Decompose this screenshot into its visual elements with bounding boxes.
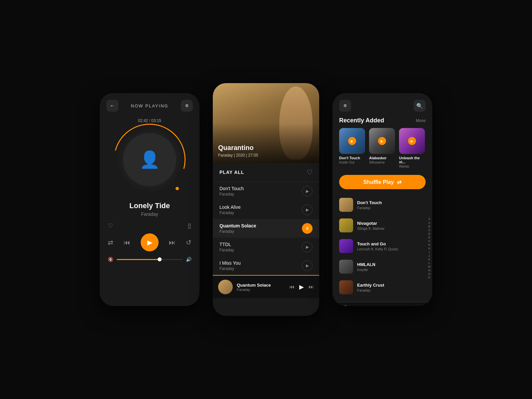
alpha-h[interactable]: H <box>427 247 432 250</box>
track-play-4[interactable]: ▶ <box>302 242 313 252</box>
album-hero: Quarantino Faraday | 2020 | 27:05 <box>213 83 319 163</box>
alpha-d[interactable]: D <box>427 232 432 235</box>
list-title-5: Earthly Crust <box>357 283 427 288</box>
list-thumb-5 <box>339 280 353 294</box>
track-play-2[interactable]: ▶ <box>302 204 313 215</box>
vol-mute-icon: 🔇 <box>108 257 113 262</box>
favorite-button[interactable]: ♡ <box>307 168 313 176</box>
now-prev-button[interactable]: ⏮ <box>289 284 295 290</box>
play-button[interactable]: ▶ <box>141 233 159 251</box>
shuffle-button[interactable]: ⇄ <box>108 238 113 246</box>
card-play-btn-1[interactable]: ▶ <box>348 137 356 145</box>
list-thumb-1 <box>339 198 353 212</box>
library-header: ≡ 🔍 <box>332 93 432 116</box>
track-play-3[interactable]: ⏸ <box>302 223 313 234</box>
phone-now-playing: ← NOW PLAYING ≡ 02:42 / 03:15 👤 Lonely T… <box>100 93 200 306</box>
alpha-b[interactable]: B <box>427 225 432 228</box>
vinyl-disc: 👤 <box>116 126 183 193</box>
section-title: Recently Added <box>339 117 384 124</box>
track-play-5[interactable]: ▶ <box>302 260 313 271</box>
volume-fill <box>117 259 160 260</box>
back-button[interactable]: ← <box>106 100 118 112</box>
alpha-n[interactable]: N <box>427 269 432 272</box>
alpha-f[interactable]: F <box>427 239 432 243</box>
card-1[interactable]: ▶ Don't Touch Inside Out <box>339 128 365 168</box>
now-title: Quantum Solace <box>237 283 285 288</box>
phones-container: ← NOW PLAYING ≡ 02:42 / 03:15 👤 Lonely T… <box>100 83 432 316</box>
shuffle-label: Shuffle Play <box>363 179 394 185</box>
list-item-4[interactable]: HMLALN Insyde <box>332 256 432 277</box>
alpha-m[interactable]: M <box>427 265 432 268</box>
list-item-3[interactable]: Touch and Go Lecrush ft. Kelly P, Quizic <box>332 236 432 256</box>
card-title-3: Unleash the st... <box>399 156 425 164</box>
card-sub-1: Inside Out <box>339 161 365 164</box>
list-thumb-4 <box>339 260 353 274</box>
alpha-nav: # A B C D E F G H I J K L M N O P <box>427 195 432 302</box>
prev-button[interactable]: ⏮ <box>124 239 130 246</box>
now-next-button[interactable]: ⏭ <box>309 284 314 290</box>
track-row-5[interactable]: I Miss You Faraday ▶ <box>213 256 319 275</box>
list-artist-3: Lecrush ft. Kelly P, Quizic <box>357 247 427 251</box>
alpha-e[interactable]: E <box>427 236 432 239</box>
next-button[interactable]: ⏭ <box>169 239 176 246</box>
filter-button[interactable]: ≡ <box>339 100 351 112</box>
alpha-c[interactable]: C <box>427 228 432 232</box>
track-row-2[interactable]: Look Alive Faraday ▶ <box>213 200 319 219</box>
vinyl-artwork: 👤 <box>123 133 176 186</box>
alpha-l[interactable]: L <box>427 261 432 265</box>
play-all-label[interactable]: PLAY ALL <box>219 170 244 175</box>
volume-control: 🔇 🔊 <box>100 255 200 267</box>
now-playing-bar: Quantum Solace Faraday ⏮ ▶ ⏭ <box>213 275 319 298</box>
track-name-1: Don't Touch <box>219 186 244 191</box>
track-list: Don't Touch Faraday Nivagotar Stinga ft.… <box>332 195 432 302</box>
card-title-1: Don't Touch <box>339 156 365 160</box>
secondary-controls: ♡ ⣿ <box>100 219 200 232</box>
alpha-a[interactable]: A <box>427 221 432 224</box>
artist-silhouette: 👤 <box>123 133 176 186</box>
alpha-i[interactable]: I <box>427 250 432 254</box>
card-sub-2: Silhoueine <box>369 161 395 164</box>
track-artist-5: Faraday <box>219 266 241 271</box>
list-item-1[interactable]: Don't Touch Faraday <box>332 195 432 215</box>
track-row-1[interactable]: Don't Touch Faraday ▶ <box>213 182 319 200</box>
card-img-3: ▶ <box>399 128 425 154</box>
card-3[interactable]: ▶ Unleash the st... Warlay <box>399 128 425 168</box>
card-play-btn-3[interactable]: ▶ <box>408 137 416 145</box>
track-row-3[interactable]: Quantum Solace Faraday ⏸ <box>213 219 319 238</box>
now-play-button[interactable]: ▶ <box>299 283 304 291</box>
progress-dot <box>176 187 179 190</box>
now-artist: Faraday <box>237 288 285 292</box>
play-all-row: PLAY ALL ♡ <box>213 163 319 182</box>
heart-button[interactable]: ♡ <box>108 222 113 229</box>
menu-button[interactable]: ≡ <box>181 100 193 112</box>
now-playing-header: ← NOW PLAYING ≡ <box>100 93 200 115</box>
track-row-4[interactable]: TTDL Faraday ▶ <box>213 238 319 256</box>
track-play-1[interactable]: ▶ <box>302 186 313 197</box>
list-thumb-3 <box>339 239 353 253</box>
volume-track[interactable] <box>117 259 183 260</box>
phone-playlist: Quarantino Faraday | 2020 | 27:05 PLAY A… <box>213 83 319 316</box>
alpha-hash[interactable]: # <box>427 217 432 221</box>
track-name-3: Quantum Solace <box>219 223 256 228</box>
library-now-playing-bar: Quantum Solace Faraday ⏮ ▶ ⏭ <box>332 302 432 306</box>
card-2[interactable]: ▶ Alabasker Silhoueine <box>369 128 395 168</box>
playlist-body: PLAY ALL ♡ Don't Touch Faraday ▶ Look Al… <box>213 163 319 275</box>
list-artist-2: Stinga ft. Idahow <box>357 226 427 230</box>
alpha-g[interactable]: G <box>427 243 432 246</box>
search-button[interactable]: 🔍 <box>414 100 426 112</box>
list-item-2[interactable]: Nivagotar Stinga ft. Idahow <box>332 215 432 236</box>
card-play-btn-2[interactable]: ▶ <box>378 137 386 145</box>
alpha-k[interactable]: K <box>427 258 432 261</box>
shuffle-play-button[interactable]: Shuffle Play ⇄ <box>339 175 426 189</box>
alpha-p[interactable]: P <box>427 276 432 279</box>
card-title-2: Alabasker <box>369 156 395 160</box>
song-title: Lonely Tide <box>100 201 200 210</box>
track-artist-3: Faraday <box>219 229 256 234</box>
recently-added-cards: ▶ Don't Touch Inside Out ▶ Alabasker Sil… <box>332 128 432 174</box>
more-button[interactable]: More <box>416 118 426 123</box>
list-item-5[interactable]: Earthly Crust Faraday <box>332 277 432 298</box>
alpha-j[interactable]: J <box>427 254 432 257</box>
repeat-button[interactable]: ↺ <box>186 238 192 246</box>
alpha-o[interactable]: O <box>427 272 432 276</box>
track-name-2: Look Alive <box>219 204 241 210</box>
